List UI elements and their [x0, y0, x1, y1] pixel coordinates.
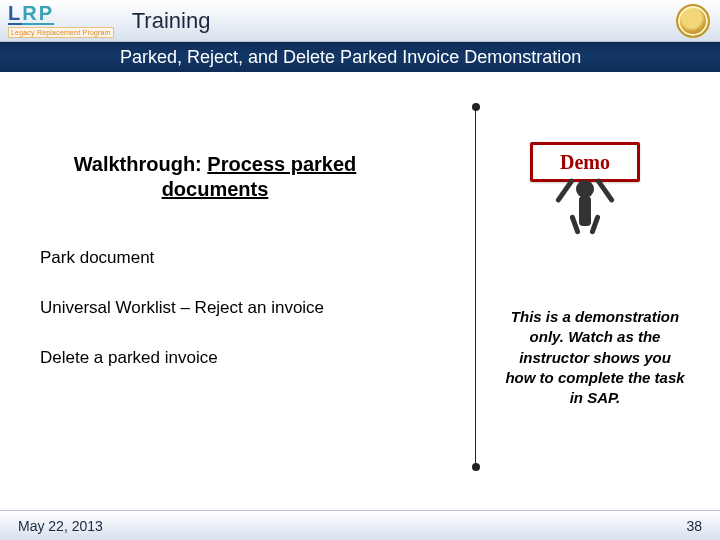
lrp-logo: LRP Legacy Replacement Program [8, 3, 114, 38]
bullet-item-3: Delete a parked invoice [40, 347, 324, 369]
lrp-logo-l: L [8, 3, 22, 25]
demo-note: This is a demonstration only. Watch as t… [505, 307, 685, 408]
footer-page-number: 38 [686, 518, 702, 534]
walkthrough-prefix: Walkthrough: [74, 153, 208, 175]
content-area: Walkthrough: Process parked documents Pa… [0, 72, 720, 502]
footer-bar: May 22, 2013 38 [0, 510, 720, 540]
vertical-divider [475, 107, 476, 467]
lrp-logo-text: LRP [8, 3, 114, 25]
walkthrough-heading: Walkthrough: Process parked documents [30, 152, 400, 202]
lrp-logo-subtitle: Legacy Replacement Program [8, 27, 114, 38]
header-bar: LRP Legacy Replacement Program Training [0, 0, 720, 42]
seal-icon [676, 4, 710, 38]
demo-graphic: Demo [510, 142, 660, 257]
bullet-item-2: Universal Worklist – Reject an invoice [40, 297, 324, 319]
lrp-logo-rp: RP [22, 3, 54, 25]
footer-date: May 22, 2013 [18, 518, 103, 534]
page-title: Training [132, 8, 211, 34]
subtitle-text: Parked, Reject, and Delete Parked Invoic… [120, 47, 581, 68]
bullet-list: Park document Universal Worklist – Rejec… [40, 247, 324, 397]
bullet-item-1: Park document [40, 247, 324, 269]
stick-figure-icon [555, 176, 615, 246]
subtitle-bar: Parked, Reject, and Delete Parked Invoic… [0, 42, 720, 72]
